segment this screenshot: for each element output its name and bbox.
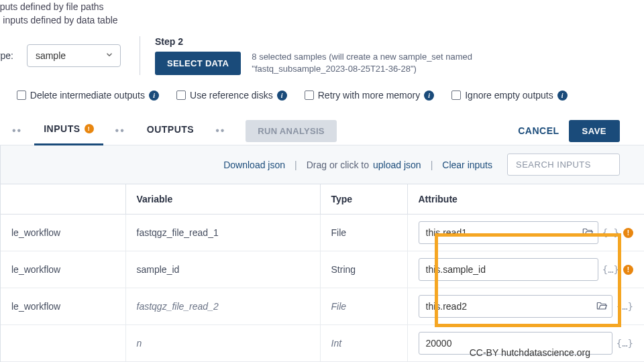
folder-icon[interactable] [582, 227, 593, 239]
attribute-input[interactable] [419, 221, 598, 244]
select-data-button[interactable]: SELECT DATA [155, 52, 241, 75]
cell-variable: fastqgz_file_read_2 [125, 288, 320, 325]
json-brackets-icon[interactable]: {…} [602, 227, 619, 238]
tab-overflow[interactable]: •• [103, 125, 138, 137]
cell-task [1, 325, 125, 362]
attribute-input[interactable] [419, 258, 598, 281]
col-type: Type [320, 184, 407, 215]
json-brackets-icon[interactable]: {…} [602, 264, 619, 275]
inputs-table: Variable Type Attribute le_workflowfastq… [1, 184, 644, 362]
tab-outputs[interactable]: OUTPUTS [138, 117, 203, 144]
cancel-button[interactable]: CANCEL [518, 125, 559, 136]
cell-type: File [320, 288, 407, 325]
table-row: le_workflowfastqgz_file_read_1File{…}! [1, 215, 644, 251]
download-json-link[interactable]: Download json [223, 160, 285, 170]
step2-description: 8 selected samples (will create a new sa… [252, 51, 547, 75]
cell-task: le_workflow [1, 251, 125, 288]
cell-attribute: {…} [407, 288, 644, 325]
upload-prefix: Drag or click to [307, 160, 369, 170]
retry-memory-label: Retry with more memory [318, 90, 420, 101]
use-reference-checkbox[interactable] [176, 90, 186, 100]
run-analysis-button: RUN ANALYSIS [246, 120, 336, 142]
separator: | [289, 160, 303, 170]
use-reference-label: Use reference disks [190, 90, 273, 101]
cell-attribute: {…}! [407, 251, 644, 288]
separator: | [425, 160, 439, 170]
cell-type: File [320, 215, 407, 251]
table-row: le_workflowsample_idString{…}! [1, 251, 644, 288]
tab-inputs[interactable]: INPUTS ! [34, 117, 103, 145]
attribution: CC-BY hutchdatascience.org [470, 347, 590, 358]
config-line-2: s) with inputs defined by data table [0, 13, 644, 27]
warning-icon: ! [623, 265, 633, 275]
delete-intermediate-label: Delete intermediate outputs [30, 90, 145, 101]
entity-type-label: ntity type: [0, 50, 13, 61]
json-brackets-icon[interactable]: {…} [616, 301, 633, 312]
warning-icon: ! [623, 228, 633, 238]
warning-icon: ! [85, 124, 94, 133]
info-icon[interactable]: i [424, 90, 434, 101]
cell-type: Int [320, 325, 407, 362]
folder-icon[interactable] [596, 301, 607, 312]
clear-inputs-link[interactable]: Clear inputs [442, 160, 492, 170]
retry-memory-checkbox[interactable] [305, 90, 314, 100]
delete-intermediate-checkbox[interactable] [17, 90, 26, 100]
tab-overflow[interactable]: •• [203, 125, 237, 137]
config-line-1: with inputs defined by file paths [0, 0, 644, 13]
chevron-down-icon [105, 50, 114, 62]
tab-inputs-label: INPUTS [44, 123, 80, 134]
ignore-empty-checkbox[interactable] [451, 90, 461, 100]
tab-overflow-left[interactable]: •• [0, 125, 34, 137]
cell-variable: fastqgz_file_read_1 [125, 215, 320, 251]
cell-variable: n [125, 325, 320, 362]
cell-attribute: {…}! [407, 215, 644, 251]
info-icon[interactable]: i [149, 90, 159, 101]
search-inputs-input[interactable] [507, 154, 620, 176]
json-brackets-icon[interactable]: {…} [616, 338, 633, 349]
col-task [1, 184, 125, 215]
upload-json-link[interactable]: upload json [373, 160, 421, 170]
col-variable: Variable [125, 184, 320, 215]
info-icon[interactable]: i [557, 90, 568, 101]
info-icon[interactable]: i [277, 90, 287, 101]
entity-type-value: sample [36, 50, 66, 61]
step2-label: Step 2 [155, 36, 547, 47]
cell-task: le_workflow [1, 215, 125, 251]
save-button[interactable]: SAVE [569, 120, 620, 142]
cell-task: le_workflow [1, 288, 125, 325]
ignore-empty-label: Ignore empty outputs [465, 90, 553, 101]
cell-variable: sample_id [125, 251, 320, 288]
tab-outputs-label: OUTPUTS [147, 124, 194, 135]
col-attribute: Attribute [407, 184, 644, 215]
attribute-input[interactable] [419, 295, 612, 318]
cell-type: String [320, 251, 407, 288]
table-row: le_workflowfastqgz_file_read_2File{…} [1, 288, 644, 325]
